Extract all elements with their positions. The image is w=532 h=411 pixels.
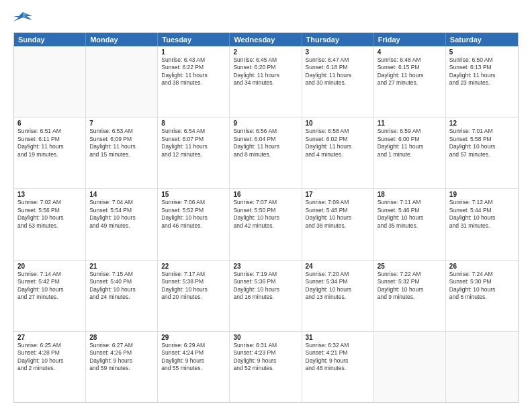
- cell-line: Sunset: 4:26 PM: [89, 349, 154, 357]
- cell-line: Sunrise: 6:45 AM: [233, 56, 298, 64]
- logo: [13, 11, 34, 26]
- cell-line: and 30 minutes.: [306, 79, 370, 87]
- day-number: 6: [17, 120, 82, 127]
- day-number: 9: [233, 120, 298, 127]
- day-number: 22: [161, 263, 226, 270]
- day-number: 24: [306, 263, 370, 270]
- cell-line: Daylight: 10 hours: [89, 214, 154, 222]
- day-number: 1: [161, 48, 226, 56]
- cell-line: Sunrise: 6:32 AM: [306, 342, 370, 349]
- cell-line: Sunset: 6:04 PM: [233, 136, 298, 143]
- calendar-header-cell: Monday: [86, 33, 158, 46]
- calendar-cell: [86, 46, 158, 117]
- cell-line: Daylight: 11 hours: [161, 72, 226, 79]
- cell-line: Sunset: 5:34 PM: [306, 278, 370, 285]
- cell-line: Sunset: 4:21 PM: [306, 349, 370, 357]
- cell-line: Sunrise: 7:01 AM: [449, 128, 515, 135]
- cell-line: and 57 minutes.: [449, 151, 515, 158]
- cell-line: Sunset: 5:56 PM: [17, 207, 82, 214]
- calendar-cell: [446, 332, 518, 402]
- day-number: 14: [89, 191, 154, 198]
- cell-line: Daylight: 11 hours: [449, 72, 515, 79]
- cell-line: and 34 minutes.: [233, 79, 298, 87]
- cell-line: and 27 minutes.: [17, 293, 82, 301]
- cell-line: Daylight: 10 hours: [17, 357, 82, 365]
- calendar-cell: 11Sunrise: 6:59 AMSunset: 6:00 PMDayligh…: [374, 118, 446, 188]
- cell-line: Sunrise: 6:48 AM: [378, 56, 442, 64]
- cell-line: Sunrise: 7:04 AM: [89, 199, 154, 206]
- cell-line: Sunset: 5:52 PM: [161, 207, 226, 214]
- cell-line: and 24 minutes.: [89, 293, 154, 301]
- cell-line: Sunrise: 6:53 AM: [89, 128, 154, 135]
- calendar-cell: 6Sunrise: 6:51 AMSunset: 6:11 PMDaylight…: [14, 118, 86, 188]
- calendar-body: 1Sunrise: 6:43 AMSunset: 6:22 PMDaylight…: [14, 46, 518, 402]
- cell-line: Sunrise: 7:06 AM: [161, 199, 226, 206]
- calendar-cell: 23Sunrise: 7:19 AMSunset: 5:36 PMDayligh…: [230, 261, 302, 331]
- calendar-cell: 31Sunrise: 6:32 AMSunset: 4:21 PMDayligh…: [302, 332, 374, 402]
- calendar-cell: [14, 46, 86, 117]
- cell-line: Sunset: 4:24 PM: [161, 349, 226, 357]
- cell-line: and 35 minutes.: [378, 222, 442, 230]
- cell-line: and 52 minutes.: [233, 365, 298, 372]
- cell-line: Daylight: 10 hours: [17, 214, 82, 222]
- cell-line: Sunset: 5:42 PM: [17, 278, 82, 285]
- cell-line: Daylight: 9 hours: [161, 357, 226, 365]
- calendar-week-row: 6Sunrise: 6:51 AMSunset: 6:11 PMDaylight…: [14, 118, 518, 189]
- cell-line: Daylight: 11 hours: [378, 143, 442, 150]
- calendar-cell: [374, 332, 446, 402]
- cell-line: Daylight: 10 hours: [306, 286, 370, 293]
- page: SundayMondayTuesdayWednesdayThursdayFrid…: [0, 0, 532, 411]
- calendar-cell: 18Sunrise: 7:11 AMSunset: 5:46 PMDayligh…: [374, 189, 446, 259]
- cell-line: and 38 minutes.: [306, 222, 370, 230]
- calendar-cell: 16Sunrise: 7:07 AMSunset: 5:50 PMDayligh…: [230, 189, 302, 259]
- cell-line: Daylight: 10 hours: [161, 214, 226, 222]
- cell-line: Sunrise: 6:47 AM: [306, 56, 370, 64]
- calendar-cell: 9Sunrise: 6:56 AMSunset: 6:04 PMDaylight…: [230, 118, 302, 188]
- cell-line: Sunrise: 6:29 AM: [161, 342, 226, 349]
- cell-line: Sunrise: 6:54 AM: [161, 128, 226, 135]
- day-number: 10: [306, 120, 370, 127]
- cell-line: Sunrise: 7:14 AM: [17, 271, 82, 278]
- cell-line: and 19 minutes.: [17, 151, 82, 158]
- cell-line: Daylight: 11 hours: [17, 143, 82, 150]
- calendar-header-row: SundayMondayTuesdayWednesdayThursdayFrid…: [14, 33, 518, 46]
- cell-line: Sunset: 5:46 PM: [378, 207, 442, 214]
- calendar-cell: 4Sunrise: 6:48 AMSunset: 6:15 PMDaylight…: [374, 46, 446, 117]
- cell-line: Daylight: 10 hours: [306, 214, 370, 222]
- calendar-cell: 20Sunrise: 7:14 AMSunset: 5:42 PMDayligh…: [14, 261, 86, 331]
- cell-line: and 20 minutes.: [161, 293, 226, 301]
- cell-line: Sunrise: 7:17 AM: [161, 271, 226, 278]
- cell-line: Sunrise: 6:50 AM: [449, 56, 515, 64]
- calendar: SundayMondayTuesdayWednesdayThursdayFrid…: [13, 32, 519, 403]
- calendar-week-row: 13Sunrise: 7:02 AMSunset: 5:56 PMDayligh…: [14, 189, 518, 260]
- cell-line: Sunrise: 7:19 AM: [233, 271, 298, 278]
- day-number: 5: [449, 48, 515, 56]
- cell-line: Daylight: 11 hours: [233, 72, 298, 79]
- cell-line: Sunset: 6:20 PM: [233, 64, 298, 71]
- cell-line: Sunset: 6:11 PM: [17, 136, 82, 143]
- cell-line: Daylight: 11 hours: [233, 143, 298, 150]
- cell-line: Sunset: 6:02 PM: [306, 136, 370, 143]
- cell-line: and 12 minutes.: [161, 151, 226, 158]
- calendar-cell: 12Sunrise: 7:01 AMSunset: 5:58 PMDayligh…: [446, 118, 518, 188]
- cell-line: and 23 minutes.: [449, 79, 515, 87]
- day-number: 3: [306, 48, 370, 56]
- day-number: 31: [306, 334, 370, 341]
- calendar-header-cell: Friday: [374, 33, 446, 46]
- calendar-cell: 29Sunrise: 6:29 AMSunset: 4:24 PMDayligh…: [158, 332, 230, 402]
- cell-line: Daylight: 11 hours: [89, 143, 154, 150]
- calendar-week-row: 27Sunrise: 6:25 AMSunset: 4:28 PMDayligh…: [14, 332, 518, 402]
- cell-line: Sunset: 6:07 PM: [161, 136, 226, 143]
- cell-line: Sunrise: 6:25 AM: [17, 342, 82, 349]
- calendar-header-cell: Tuesday: [158, 33, 230, 46]
- cell-line: and 55 minutes.: [161, 365, 226, 372]
- cell-line: and 31 minutes.: [449, 222, 515, 230]
- day-number: 15: [161, 191, 226, 198]
- cell-line: Sunrise: 7:20 AM: [306, 271, 370, 278]
- cell-line: Sunset: 5:30 PM: [449, 278, 515, 285]
- cell-line: Daylight: 10 hours: [378, 214, 442, 222]
- cell-line: Sunrise: 7:15 AM: [89, 271, 154, 278]
- cell-line: Daylight: 11 hours: [378, 72, 442, 79]
- cell-line: Sunrise: 7:24 AM: [449, 271, 515, 278]
- day-number: 4: [378, 48, 442, 56]
